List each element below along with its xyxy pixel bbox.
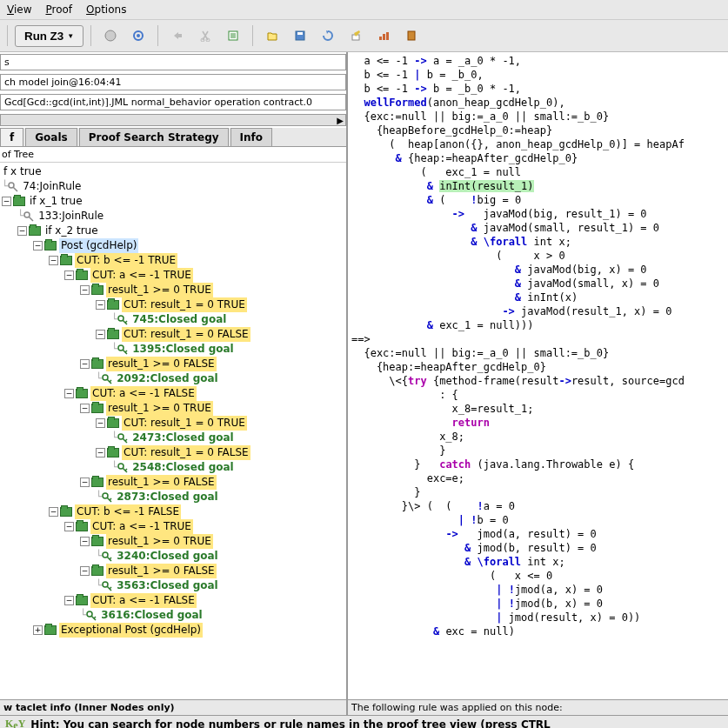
- tree-node[interactable]: −result_1 >= 0 TRUE: [2, 283, 344, 297]
- tree-node[interactable]: └ 745:Closed goal: [2, 312, 344, 327]
- stop-icon[interactable]: [98, 23, 123, 48]
- tree-node[interactable]: −if x_2 true: [2, 224, 344, 238]
- header-line3: Gcd[Gcd::gcd(int,int)].JML normal_behavi…: [0, 94, 346, 110]
- toggle-icon[interactable]: −: [96, 330, 105, 339]
- tree-node[interactable]: −result_1 >= 0 TRUE: [2, 401, 344, 416]
- tree-node[interactable]: +Exceptional Post (gcdHelp): [2, 623, 344, 638]
- gear-icon[interactable]: [126, 23, 150, 48]
- progress-bar: ▶: [0, 114, 346, 126]
- key-icon: [117, 344, 128, 355]
- sequent-view[interactable]: a <= -1 -> a = _a_0 * -1, b <= -1 | b = …: [348, 52, 728, 699]
- tree-node[interactable]: −result_1 >= 0 FALSE: [2, 357, 344, 371]
- tree-node[interactable]: −result_1 >= 0 FALSE: [2, 564, 344, 578]
- run-z3-button[interactable]: Run Z3 ▼: [15, 25, 83, 47]
- toggle-icon[interactable]: −: [64, 389, 74, 398]
- chart-icon[interactable]: [371, 23, 396, 48]
- menu-options[interactable]: Options: [79, 2, 133, 17]
- toggle-icon[interactable]: −: [96, 418, 105, 428]
- tree-node[interactable]: └ 3563:Closed goal: [2, 578, 344, 593]
- tree-node[interactable]: f x true: [2, 164, 344, 179]
- tree-node[interactable]: └ 74:JoinRule: [2, 179, 344, 194]
- tree-node[interactable]: └ 2548:Closed goal: [2, 460, 344, 475]
- toggle-icon[interactable]: −: [80, 404, 90, 413]
- tree-node[interactable]: −CUT: b <= -1 FALSE: [2, 504, 344, 519]
- tree-node[interactable]: −Post (gcdHelp): [2, 238, 344, 253]
- tree-node[interactable]: └ 2092:Closed goal: [2, 371, 344, 386]
- list-icon[interactable]: [221, 23, 245, 48]
- tree-node[interactable]: −CUT: a <= -1 FALSE: [2, 593, 344, 608]
- toggle-icon[interactable]: −: [80, 566, 90, 576]
- tree-label: if x_1 true: [28, 194, 84, 209]
- toggle-icon[interactable]: −: [80, 537, 90, 546]
- tree-label: CUT: result_1 = 0 TRUE: [122, 297, 247, 312]
- hint-text: Hint: You can search for node numbers or…: [30, 718, 550, 729]
- toggle-icon[interactable]: −: [80, 478, 90, 487]
- tab-bar: f Goals Proof Search Strategy Info: [0, 128, 346, 147]
- tree-node[interactable]: −CUT: b <= -1 TRUE: [2, 253, 344, 268]
- tree-node[interactable]: −result_1 >= 0 TRUE: [2, 534, 344, 549]
- tab-goals[interactable]: Goals: [25, 128, 77, 146]
- tree-node[interactable]: └ 3240:Closed goal: [2, 549, 344, 564]
- svg-line-19: [29, 217, 33, 221]
- proof-tree[interactable]: f x true└ 74:JoinRule−if x_1 true└ 133:J…: [0, 163, 346, 699]
- refresh-icon[interactable]: [316, 23, 340, 48]
- toggle-icon[interactable]: −: [64, 522, 74, 531]
- tree-node[interactable]: −CUT: a <= -1 FALSE: [2, 386, 344, 401]
- toggle-icon[interactable]: −: [96, 448, 105, 458]
- toggle-icon[interactable]: +: [33, 625, 43, 635]
- taclet-info-label[interactable]: w taclet info (Inner Nodes only): [0, 699, 346, 715]
- key-icon: [117, 315, 128, 325]
- tree-node[interactable]: −CUT: result_1 = 0 TRUE: [2, 416, 344, 431]
- menu-view[interactable]: View: [0, 2, 38, 17]
- tree-node[interactable]: −CUT: result_1 = 0 FALSE: [2, 445, 344, 460]
- tree-node[interactable]: └ 3616:Closed goal: [2, 608, 344, 623]
- folder-icon: [44, 241, 57, 250]
- menu-proof[interactable]: Proof: [38, 2, 79, 17]
- tree-node[interactable]: −CUT: a <= -1 TRUE: [2, 268, 344, 283]
- tree-label: CUT: result_1 = 0 FALSE: [122, 327, 250, 342]
- folder-icon: [29, 226, 41, 236]
- undo-icon[interactable]: [165, 23, 190, 48]
- tree-header: of Tree: [0, 147, 346, 163]
- folder-icon: [91, 478, 104, 487]
- toggle-icon[interactable]: −: [80, 359, 90, 369]
- toggle-icon[interactable]: −: [49, 256, 58, 265]
- tree-label: CUT: result_1 = 0 FALSE: [122, 445, 250, 460]
- folder-icon: [76, 389, 88, 398]
- toggle-icon[interactable]: −: [49, 507, 58, 517]
- folder-icon: [107, 448, 119, 458]
- tree-node[interactable]: −CUT: result_1 = 0 FALSE: [2, 327, 344, 342]
- toggle-icon[interactable]: −: [96, 300, 105, 310]
- tab-info[interactable]: Info: [230, 128, 272, 146]
- tree-node[interactable]: └ 133:JoinRule: [2, 209, 344, 224]
- folder-icon: [91, 285, 104, 295]
- tree-node[interactable]: └ 2873:Closed goal: [2, 490, 344, 504]
- tree-node[interactable]: −CUT: result_1 = 0 TRUE: [2, 297, 344, 312]
- closed-goal-label: 3240:Closed goal: [115, 549, 219, 564]
- tree-node[interactable]: −if x_1 true: [2, 194, 344, 209]
- svg-point-2: [137, 34, 140, 37]
- closed-goal-label: 3616:Closed goal: [99, 608, 204, 623]
- folder-icon: [44, 625, 57, 635]
- tree-label: if x_2 true: [43, 224, 100, 238]
- tree-node[interactable]: −result_1 >= 0 FALSE: [2, 475, 344, 490]
- tab-f[interactable]: f: [0, 128, 23, 146]
- toggle-icon[interactable]: −: [2, 197, 11, 206]
- tree-node[interactable]: └ 2473:Closed goal: [2, 431, 344, 445]
- cut-icon[interactable]: [193, 23, 217, 48]
- toggle-icon[interactable]: −: [17, 226, 27, 236]
- arrow-right-icon[interactable]: ▶: [337, 116, 344, 125]
- toggle-icon[interactable]: −: [64, 596, 74, 605]
- toggle-icon[interactable]: −: [64, 270, 74, 280]
- tree-node[interactable]: −CUT: a <= -1 TRUE: [2, 519, 344, 534]
- tree-node[interactable]: └ 1395:Closed goal: [2, 342, 344, 357]
- save-icon[interactable]: [288, 23, 312, 48]
- toggle-icon[interactable]: −: [80, 285, 90, 295]
- tab-proof-search[interactable]: Proof Search Strategy: [79, 128, 229, 146]
- book-icon[interactable]: [399, 23, 424, 48]
- edit-icon[interactable]: [344, 23, 368, 48]
- closed-goal-label: 2092:Closed goal: [115, 371, 219, 386]
- toggle-icon[interactable]: −: [33, 241, 43, 250]
- folder-icon: [107, 330, 119, 339]
- open-icon[interactable]: [260, 23, 284, 48]
